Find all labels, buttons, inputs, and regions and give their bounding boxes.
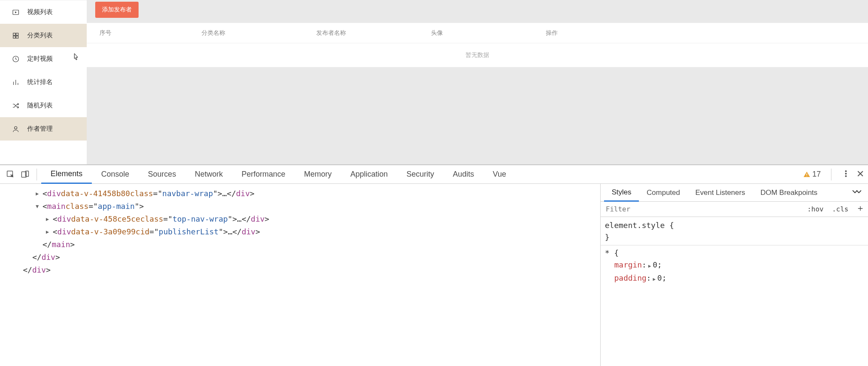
- sidebar-item-label: 统计排名: [27, 78, 53, 86]
- styles-tab-computed[interactable]: Computed: [639, 184, 687, 202]
- tab-application[interactable]: Application: [341, 165, 397, 184]
- cls-toggle[interactable]: .cls: [828, 205, 853, 213]
- add-rule-icon[interactable]: [853, 205, 868, 214]
- user-icon: [12, 125, 20, 133]
- svg-rect-4: [16, 36, 18, 38]
- hov-toggle[interactable]: :hov: [803, 205, 828, 213]
- grid-icon: [12, 32, 20, 39]
- col-action: 操作: [546, 29, 868, 37]
- add-publisher-button[interactable]: 添加发布者: [95, 2, 139, 18]
- sidebar-item-label: 分类列表: [27, 31, 53, 39]
- sidebar-item-label: 视频列表: [27, 8, 53, 16]
- separator: [37, 169, 37, 180]
- table-empty-text: 暂无数据: [87, 43, 868, 67]
- svg-point-13: [845, 175, 846, 177]
- sidebar: 视频列表 分类列表 定时视频 统计排名 随机列表 作者管理: [0, 0, 87, 164]
- close-icon[interactable]: [856, 169, 865, 179]
- styles-tab-styles[interactable]: Styles: [604, 184, 639, 202]
- svg-rect-1: [13, 33, 15, 35]
- sidebar-item-label: 作者管理: [27, 125, 53, 133]
- styles-filter-input[interactable]: [601, 202, 803, 217]
- styles-tabs: Styles Computed Event Listeners DOM Brea…: [601, 184, 868, 202]
- bar-chart-icon: [12, 79, 20, 86]
- sidebar-item-category-list[interactable]: 分类列表: [0, 24, 87, 47]
- col-avatar: 头像: [431, 29, 546, 37]
- warnings-count: 17: [812, 170, 821, 179]
- col-category: 分类名称: [201, 29, 316, 37]
- svg-rect-2: [16, 33, 18, 35]
- clock-icon: [12, 55, 20, 63]
- tab-console[interactable]: Console: [92, 165, 139, 184]
- svg-point-11: [845, 171, 846, 172]
- table-header: 序号 分类名称 发布者名称 头像 操作: [87, 23, 868, 43]
- svg-rect-3: [13, 36, 15, 38]
- sidebar-item-author-manage[interactable]: 作者管理: [0, 117, 87, 141]
- svg-point-10: [806, 176, 807, 177]
- main-content: 添加发布者 序号 分类名称 发布者名称 头像 操作 暂无数据: [87, 0, 868, 164]
- sidebar-item-video-list[interactable]: 视频列表: [0, 0, 87, 24]
- svg-point-12: [845, 173, 846, 174]
- styles-filter-row: :hov .cls: [601, 202, 868, 217]
- tab-vue[interactable]: Vue: [483, 165, 515, 184]
- publisher-table: 序号 分类名称 发布者名称 头像 操作 暂无数据: [87, 23, 868, 67]
- sidebar-item-label: 随机列表: [27, 101, 53, 110]
- tab-memory[interactable]: Memory: [295, 165, 341, 184]
- tab-elements[interactable]: Elements: [41, 165, 92, 184]
- devtools-panel: Elements Console Sources Network Perform…: [0, 165, 868, 366]
- tab-audits[interactable]: Audits: [443, 165, 483, 184]
- sidebar-item-label: 定时视频: [27, 55, 53, 63]
- inspect-icon[interactable]: [3, 167, 18, 182]
- warnings-badge[interactable]: 17: [803, 170, 821, 179]
- svg-point-6: [14, 127, 17, 129]
- elements-tree[interactable]: ▶<div data-v-41458b80 class="navbar-wrap…: [0, 184, 600, 366]
- tab-performance[interactable]: Performance: [232, 165, 295, 184]
- styles-tab-listeners[interactable]: Event Listeners: [688, 184, 753, 202]
- sidebar-item-scheduled-video[interactable]: 定时视频: [0, 47, 87, 70]
- styles-panel: Styles Computed Event Listeners DOM Brea…: [600, 184, 868, 366]
- styles-rules[interactable]: element.style { } * { margin:▶0; padding…: [601, 217, 868, 366]
- sidebar-item-random-list[interactable]: 随机列表: [0, 94, 87, 117]
- play-icon: [12, 8, 20, 16]
- more-icon[interactable]: [842, 169, 850, 179]
- tab-sources[interactable]: Sources: [139, 165, 185, 184]
- devtools-tabs: Elements Console Sources Network Perform…: [0, 165, 868, 184]
- sidebar-item-stats-ranking[interactable]: 统计排名: [0, 70, 87, 94]
- tab-network[interactable]: Network: [185, 165, 232, 184]
- separator: [831, 169, 831, 180]
- styles-tab-breakpoints[interactable]: DOM Breakpoints: [753, 184, 825, 202]
- shuffle-icon: [12, 102, 20, 110]
- col-publisher: 发布者名称: [316, 29, 431, 37]
- device-toggle-icon[interactable]: [18, 167, 32, 182]
- col-seq: 序号: [87, 29, 201, 37]
- tab-security[interactable]: Security: [397, 165, 443, 184]
- styles-more-icon[interactable]: [848, 189, 865, 196]
- app-pane: 视频列表 分类列表 定时视频 统计排名 随机列表 作者管理: [0, 0, 868, 165]
